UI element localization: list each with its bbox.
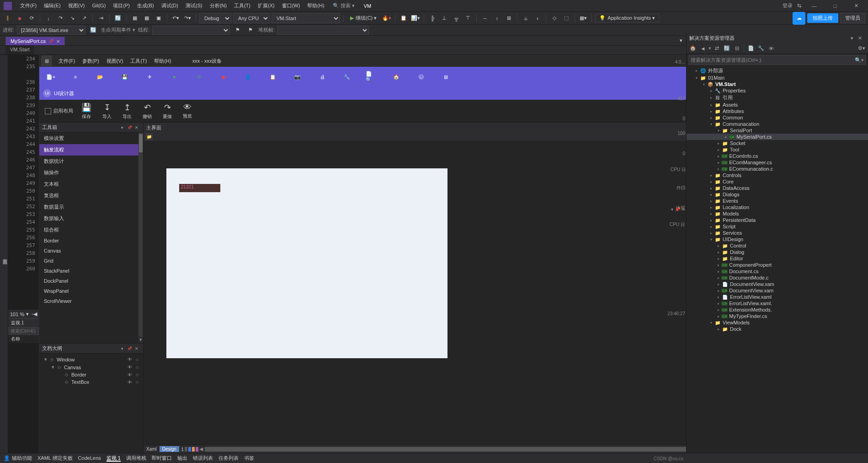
t7-icon[interactable]: ↔ — [480, 13, 490, 23]
tree-DocumentView.xam[interactable]: ▸C#DocumentView.xam — [687, 287, 868, 294]
platform-select[interactable]: Any CPU — [233, 13, 270, 23]
tree-MySerialPort.cs[interactable]: ▸C#MySerialPort.cs — [687, 134, 868, 140]
status-错误列表[interactable]: 错误列表 — [193, 455, 213, 461]
sync-icon[interactable]: ⇄ — [712, 44, 721, 53]
tool-模块设置[interactable]: 模块设置 — [39, 133, 143, 144]
tree-MyTypeFinder.cs[interactable]: ▸C#MyTypeFinder.cs — [687, 313, 868, 319]
tree-ViewModels[interactable]: ▾📁ViewModels — [687, 319, 868, 326]
doc-icon[interactable]: 📋 — [267, 71, 279, 83]
tool-Canvas[interactable]: Canvas — [39, 246, 143, 256]
status-输出[interactable]: 输出 — [177, 455, 187, 461]
tool-StackPanel[interactable]: StackPanel — [39, 266, 143, 276]
filter-icon[interactable]: ⚙▾ — [857, 44, 866, 53]
restart-icon[interactable]: ⟳ — [27, 13, 37, 23]
tool-组合框[interactable]: 组合框 — [39, 224, 143, 236]
cloud-icon[interactable]: ☁ — [793, 12, 805, 25]
t8-icon[interactable]: ↕ — [492, 13, 502, 23]
tree-Events[interactable]: ▸📁Events — [687, 198, 868, 204]
tree-Attributes[interactable]: ▸📁Attributes — [687, 108, 868, 114]
pause-icon[interactable]: ∥ — [3, 13, 13, 23]
tree-Dialog[interactable]: ▸📁Dialog — [687, 249, 868, 255]
app-menu-视图(V)[interactable]: 视图(V) — [103, 57, 127, 65]
cursor-icon[interactable]: ⇥ — [96, 13, 106, 23]
folder-icon[interactable]: 📁 — [145, 133, 153, 140]
tool-轴操作[interactable]: 轴操作 — [39, 167, 143, 178]
tool1-icon[interactable]: 📋 — [399, 13, 409, 23]
tree-PersistentData[interactable]: ▸📁PersistentData — [687, 217, 868, 223]
step-over-icon[interactable]: ↷ — [55, 13, 65, 23]
tree-Models[interactable]: ▸📁Models — [687, 210, 868, 217]
home-icon[interactable]: 🏠 — [390, 71, 402, 83]
open-icon[interactable]: 📂 — [94, 71, 106, 83]
login-link[interactable]: 登录 — [783, 2, 793, 9]
outline-Border[interactable]: ◇Border👁○ — [41, 371, 141, 378]
ruler-control[interactable]: 1 — [181, 447, 198, 452]
tree-引用[interactable]: ▸⛓引用 — [687, 94, 868, 102]
menu-编辑(E)[interactable]: 编辑(E) — [40, 1, 64, 10]
tree-ECommunacation.c[interactable]: ▸C#ECommunacation.c — [687, 166, 868, 172]
close-tab-icon[interactable]: ✕ — [56, 39, 60, 44]
step-icon[interactable]: ↓ — [43, 13, 53, 23]
t10-icon[interactable]: ⫝ — [521, 13, 531, 23]
flag-icon[interactable]: ⚑ — [233, 25, 243, 35]
grid-icon[interactable]: ⊞ — [440, 71, 452, 83]
tree-EComManageer.cs[interactable]: ▸C#EComManageer.cs — [687, 159, 868, 166]
ui-icon[interactable]: Ⓤ — [415, 71, 427, 83]
tree-Socket[interactable]: ▸📁Socket — [687, 140, 868, 146]
admin-button[interactable]: 管理员 — [840, 13, 865, 23]
t14-icon[interactable]: ▦▾ — [578, 13, 588, 23]
tree-ErrorListView.xaml[interactable]: ▸📄ErrorListView.xaml — [687, 294, 868, 300]
status-书签[interactable]: 书签 — [244, 455, 254, 461]
t11-icon[interactable]: ⫞ — [533, 13, 543, 23]
find-icon[interactable]: 📄🔍 — [366, 71, 378, 83]
status-辅助功能[interactable]: 👤辅助功能 — [4, 455, 32, 461]
minimize-icon[interactable]: — — [806, 0, 822, 11]
tab-overflow-icon[interactable]: ▾ — [676, 35, 686, 45]
step-out-icon[interactable]: ↗ — [79, 13, 89, 23]
tree-外部源[interactable]: ▸🌐外部源 — [687, 67, 868, 75]
watch-search-input[interactable] — [8, 327, 39, 335]
menu-文件(F)[interactable]: 文件(F) — [16, 1, 40, 10]
bookmark-icon[interactable]: ▣ — [154, 13, 164, 23]
pin-icon[interactable]: 📌 — [48, 39, 53, 43]
tree-ComponentPropert[interactable]: ▸C#ComponentPropert — [687, 262, 868, 268]
tool-复选框[interactable]: 复选框 — [39, 190, 143, 201]
panel-close-icon[interactable]: ✕ — [133, 345, 140, 352]
menu-工具(T)[interactable]: 工具(T) — [230, 1, 254, 10]
tree-VM.Start[interactable]: ▾📦VM.Start — [687, 81, 868, 87]
dropdown-icon[interactable]: ▾ — [118, 124, 126, 131]
tool-ScrollViewer[interactable]: ScrollViewer — [39, 296, 143, 306]
config-select[interactable]: Debug — [199, 13, 231, 23]
record-icon[interactable]: ◉ — [218, 71, 229, 83]
scrollbar[interactable]: ▾ — [138, 133, 143, 343]
tree-EComInfo.cs[interactable]: ▸C#EComInfo.cs — [687, 153, 868, 159]
startup-select[interactable]: VM.Start — [272, 13, 340, 23]
status-CodeLens[interactable]: CodeLens — [78, 455, 101, 461]
t9-icon[interactable]: ⊞ — [504, 13, 514, 23]
tree-UIDesign[interactable]: ▾📁UIDesign — [687, 236, 868, 242]
hot-reload-icon[interactable]: 🔥▾ — [382, 13, 392, 23]
design-canvas[interactable]: 21321 — [144, 141, 767, 445]
undo-icon[interactable]: ↶▾ — [170, 13, 181, 23]
close-icon[interactable]: ✕ — [848, 0, 864, 11]
tool-触发流程[interactable]: 触发流程 — [39, 144, 143, 156]
designer-保存-button[interactable]: 💾保存 — [81, 102, 91, 120]
design-surface[interactable]: 21321 — [166, 168, 447, 358]
tree-Services[interactable]: ▸📁Services — [687, 230, 868, 236]
tree-Control[interactable]: ▸📁Control — [687, 242, 868, 249]
t13-icon[interactable]: ⬚ — [561, 13, 571, 23]
tree-DataAccess[interactable]: ▸📁DataAccess — [687, 185, 868, 191]
outline-Window[interactable]: ▾◇Window👁○ — [41, 355, 141, 363]
lifecycle-dropdown[interactable]: 生命周期事件 ▾ — [101, 27, 135, 33]
tree-Dialogs[interactable]: ▸📁Dialogs — [687, 191, 868, 198]
designer-导出-button[interactable]: ↥导出 — [122, 102, 132, 120]
save-icon[interactable]: 💾 — [119, 71, 131, 83]
status-监视 1[interactable]: 监视 1 — [107, 455, 121, 462]
tool-数据显示[interactable]: 数据显示 — [39, 201, 143, 213]
designer-撤销-button[interactable]: ↶撤销 — [143, 102, 152, 120]
launch-icon[interactable]: ✈ — [144, 71, 155, 83]
menu-分析(N)[interactable]: 分析(N) — [206, 1, 230, 10]
app-insights-button[interactable]: 💡 Application Insights ▾ — [595, 14, 659, 22]
tree-ExtensionMethods.[interactable]: ▸C#ExtensionMethods. — [687, 307, 868, 313]
tool-WrapPanel[interactable]: WrapPanel — [39, 286, 143, 296]
